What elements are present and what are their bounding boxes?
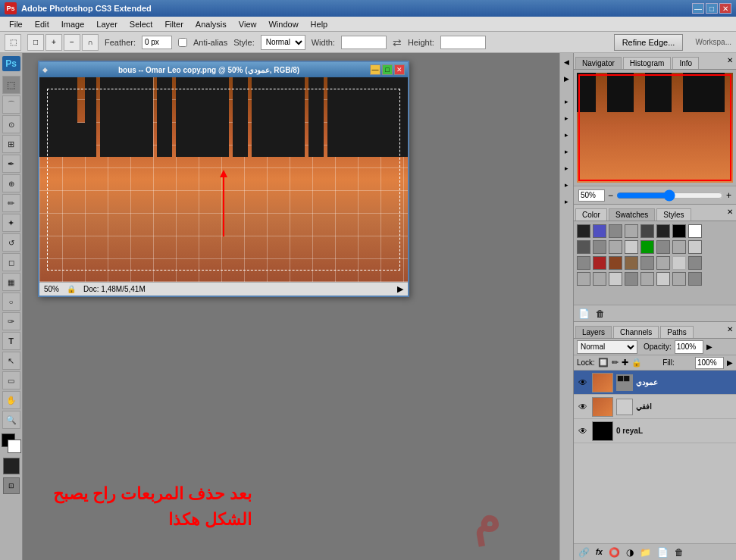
- swatch-gray1[interactable]: [609, 224, 622, 238]
- menu-layer[interactable]: Layer: [90, 18, 124, 30]
- color-selector[interactable]: [2, 433, 21, 453]
- nav-arrow[interactable]: ▸: [561, 94, 573, 109]
- swatch-g18[interactable]: [656, 272, 670, 286]
- hand-tool[interactable]: ✋: [2, 391, 20, 409]
- expand-panel-button[interactable]: ◀: [561, 55, 573, 70]
- layer-eye-0[interactable]: 👁: [577, 377, 589, 389]
- swatch-darkgray[interactable]: [640, 224, 654, 238]
- swatch-g20[interactable]: [688, 272, 702, 286]
- opacity-input[interactable]: [675, 340, 703, 354]
- width-input[interactable]: [341, 36, 387, 49]
- swatch-g5[interactable]: [656, 240, 670, 254]
- rectangular-marquee-tool[interactable]: ⬚: [2, 76, 20, 94]
- swatch-pure-black[interactable]: [672, 224, 686, 238]
- menu-analysis[interactable]: Analysis: [189, 18, 233, 30]
- lock-transparent-button[interactable]: 🔲: [598, 358, 609, 368]
- nav-arrow3[interactable]: ▸: [561, 127, 573, 142]
- lock-paint-button[interactable]: ✏: [612, 358, 619, 368]
- doc-restore-button[interactable]: □: [382, 64, 393, 75]
- lock-all-button[interactable]: 🔒: [631, 358, 642, 368]
- subtract-selection-icon[interactable]: −: [64, 34, 80, 51]
- style-select[interactable]: Normal: [261, 35, 305, 50]
- swatch-g8[interactable]: [577, 256, 590, 270]
- nav-arrow7[interactable]: ▸: [561, 194, 573, 209]
- layer-eye-2[interactable]: 👁: [577, 425, 589, 437]
- zoom-tool[interactable]: 🔍: [2, 411, 20, 429]
- swatches-delete-icon[interactable]: 🗑: [596, 308, 605, 319]
- menu-filter[interactable]: Filter: [158, 18, 189, 30]
- intersect-selection-icon[interactable]: ∩: [82, 34, 99, 51]
- lock-move-button[interactable]: ✚: [622, 358, 628, 368]
- new-selection-icon[interactable]: □: [27, 34, 44, 51]
- swatch-black[interactable]: [577, 224, 590, 238]
- navigator-close-icon[interactable]: ✕: [727, 56, 733, 64]
- menu-file[interactable]: File: [3, 18, 29, 30]
- tab-layers[interactable]: Layers: [575, 326, 612, 338]
- add-selection-icon[interactable]: +: [45, 34, 62, 51]
- swatch-green[interactable]: [640, 240, 654, 254]
- layer-fx-icon[interactable]: fx: [596, 548, 603, 556]
- antialias-checkbox[interactable]: [178, 38, 187, 47]
- tab-color[interactable]: Color: [575, 208, 607, 221]
- swatch-darkblack[interactable]: [656, 224, 670, 238]
- menu-edit[interactable]: Edit: [29, 18, 55, 30]
- title-bar-controls[interactable]: — □ ✕: [692, 3, 731, 14]
- layer-link-icon[interactable]: 🔗: [578, 547, 590, 558]
- blend-mode-select[interactable]: Normal: [577, 340, 637, 354]
- swatch-g2[interactable]: [593, 240, 606, 254]
- zoom-out-icon[interactable]: −: [608, 190, 613, 201]
- tab-paths[interactable]: Paths: [660, 326, 694, 338]
- swatches-close-icon[interactable]: ✕: [727, 208, 733, 216]
- tab-navigator[interactable]: Navigator: [575, 57, 622, 69]
- crop-tool[interactable]: ⊞: [2, 135, 20, 153]
- swatch-white[interactable]: [688, 224, 702, 238]
- zoom-value-input[interactable]: [578, 189, 605, 202]
- swatch-blue[interactable]: [593, 224, 606, 238]
- refine-edge-button[interactable]: Refine Edge...: [614, 34, 684, 51]
- doc-info-icon[interactable]: 🔒: [67, 285, 76, 293]
- swatch-gray2[interactable]: [625, 224, 638, 238]
- swatch-g1[interactable]: [577, 240, 590, 254]
- restore-button[interactable]: □: [706, 3, 718, 14]
- quick-selection-tool[interactable]: ⊙: [2, 115, 20, 133]
- clone-stamp-tool[interactable]: ✦: [2, 214, 20, 232]
- layer-new-icon[interactable]: 📄: [657, 547, 669, 558]
- gradient-tool[interactable]: ▦: [2, 273, 20, 291]
- swatch-g12[interactable]: [688, 256, 702, 270]
- tab-swatches[interactable]: Swatches: [609, 208, 655, 221]
- shape-tool[interactable]: ▭: [2, 371, 20, 389]
- eraser-tool[interactable]: ◻: [2, 253, 20, 271]
- nav-arrow5[interactable]: ▸: [561, 161, 573, 176]
- swatch-g10[interactable]: [656, 256, 670, 270]
- swatch-brown[interactable]: [609, 256, 622, 270]
- nav-arrow6[interactable]: ▸: [561, 177, 573, 192]
- minimize-button[interactable]: —: [692, 3, 704, 14]
- dodge-tool[interactable]: ○: [2, 293, 20, 311]
- layer-group-icon[interactable]: 📁: [640, 547, 651, 558]
- layer-eye-1[interactable]: 👁: [577, 401, 589, 413]
- doc-close-button[interactable]: ✕: [394, 64, 405, 75]
- quick-mask-button[interactable]: [3, 458, 20, 474]
- nav-arrow4[interactable]: ▸: [561, 144, 573, 159]
- text-tool[interactable]: T: [2, 332, 20, 350]
- tab-histogram[interactable]: Histogram: [623, 57, 672, 69]
- swatch-g16[interactable]: [625, 272, 638, 286]
- history-brush-tool[interactable]: ↺: [2, 233, 20, 252]
- swatch-g19[interactable]: [672, 272, 686, 286]
- height-input[interactable]: [440, 36, 486, 49]
- path-selection-tool[interactable]: ↖: [2, 352, 20, 370]
- fill-input[interactable]: [695, 357, 724, 369]
- collapse-panel-button[interactable]: ▶: [561, 71, 573, 86]
- menu-image[interactable]: Image: [55, 18, 91, 30]
- fill-arrow[interactable]: ▶: [727, 358, 733, 367]
- layer-row-2[interactable]: 👁 Layer 0: [574, 419, 736, 443]
- zoom-slider[interactable]: [616, 190, 723, 201]
- swatch-red[interactable]: [593, 256, 606, 270]
- brush-tool[interactable]: ✏: [2, 194, 20, 212]
- swatch-g3[interactable]: [609, 240, 622, 254]
- screen-mode-button[interactable]: ⊡: [3, 477, 20, 494]
- layers-close-icon[interactable]: ✕: [727, 325, 733, 333]
- swatch-g15[interactable]: [609, 272, 622, 286]
- swatch-g9[interactable]: [640, 256, 654, 270]
- swatch-g13[interactable]: [577, 272, 590, 286]
